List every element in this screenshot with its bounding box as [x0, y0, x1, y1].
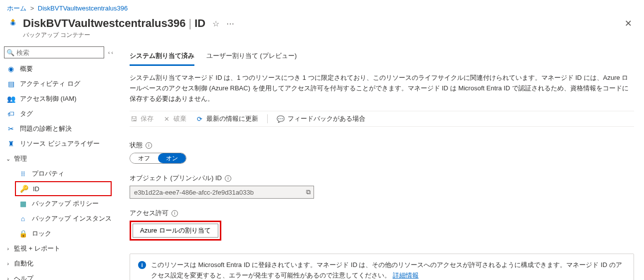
sidebar-item-id[interactable]: 🔑 ID: [15, 181, 112, 196]
sidebar-item-locks[interactable]: 🔒 ロック: [15, 226, 115, 241]
object-id-value: e3b1d22a-eee7-486e-afcc-2fe9d31a033b: [134, 189, 254, 196]
sidebar: 🔍 ‹‹ ◉ 概要 ▤ アクティビティ ログ 👥 アクセス制御 (IAM) 🏷 …: [0, 44, 115, 280]
properties-icon: ⁞⁞: [19, 170, 27, 178]
save-label: 保存: [141, 114, 154, 123]
page-title-resource: DiskBVTVaultwestcentralus396: [23, 17, 185, 30]
permissions-label-text: アクセス許可: [130, 209, 168, 218]
sidebar-item-activity-log[interactable]: ▤ アクティビティ ログ: [3, 76, 115, 91]
discard-label: 破棄: [173, 114, 186, 123]
sidebar-label: プロパティ: [32, 169, 64, 178]
sidebar-label: タグ: [20, 109, 33, 118]
toggle-off[interactable]: オフ: [130, 153, 158, 163]
breadcrumb-sep: >: [30, 4, 34, 12]
search-input[interactable]: [16, 49, 102, 56]
sidebar-label: ID: [33, 185, 39, 193]
sidebar-group-label: 自動化: [14, 259, 33, 268]
refresh-label: 最新の情報に更新: [206, 114, 258, 123]
sidebar-label: ロック: [32, 229, 51, 238]
breadcrumb-resource[interactable]: DiskBVTVaultwestcentralus396: [38, 4, 128, 12]
breadcrumb: ホーム > DiskBVTVaultwestcentralus396: [0, 0, 644, 14]
sidebar-label: バックアップ インスタンス: [32, 214, 112, 223]
copy-icon[interactable]: ⧉: [306, 188, 311, 196]
instance-icon: ⌂: [19, 215, 27, 223]
sidebar-group-monitor[interactable]: › 監視 + レポート: [3, 241, 115, 256]
sidebar-label: 概要: [20, 64, 33, 73]
sidebar-group-automation[interactable]: › 自動化: [3, 256, 115, 271]
tags-icon: 🏷: [7, 110, 15, 118]
sidebar-item-backup-instance[interactable]: ⌂ バックアップ インスタンス: [15, 211, 115, 226]
sidebar-item-diagnose[interactable]: ✂ 問題の診断と解決: [3, 121, 115, 136]
info-icon[interactable]: i: [146, 142, 152, 149]
sidebar-group-manage[interactable]: ⌄ 管理: [3, 151, 115, 166]
feedback-button[interactable]: 💬 フィードバックがある場合: [277, 114, 365, 123]
save-button[interactable]: 🖫 保存: [130, 114, 154, 123]
sidebar-item-backup-policy[interactable]: ▦ バックアップ ポリシー: [15, 196, 115, 211]
vault-icon: [7, 17, 19, 29]
status-label-text: 状態: [130, 141, 143, 150]
info-banner-message: このリソースは Microsoft Entra ID に登録されています。マネー…: [151, 261, 622, 279]
chevron-down-icon: ⌄: [5, 156, 11, 162]
main-content: システム割り当て済み ユーザー割り当て (プレビュー) システム割り当てマネージ…: [115, 44, 644, 280]
lock-icon: 🔒: [19, 230, 27, 238]
svg-point-0: [11, 22, 14, 25]
page-title-blade: ID: [194, 17, 205, 30]
info-banner-text: このリソースは Microsoft Entra ID に登録されています。マネー…: [151, 260, 626, 280]
title-separator: |: [188, 17, 191, 30]
tab-user-assigned[interactable]: ユーザー割り当て (プレビュー): [206, 48, 297, 66]
collapse-sidebar-icon[interactable]: ‹‹: [108, 49, 112, 55]
sidebar-group-help[interactable]: › ヘルプ: [3, 271, 115, 280]
sidebar-item-overview[interactable]: ◉ 概要: [3, 61, 115, 76]
sidebar-label: 問題の診断と解決: [20, 124, 72, 133]
sidebar-label: アクティビティ ログ: [20, 79, 80, 88]
info-banner-icon: i: [138, 261, 146, 269]
activity-log-icon: ▤: [7, 80, 15, 88]
object-id-label: オブジェクト (プリンシパル) ID i: [130, 174, 634, 183]
permissions-label: アクセス許可 i: [130, 209, 634, 218]
info-icon[interactable]: i: [225, 175, 231, 182]
identity-tabs: システム割り当て済み ユーザー割り当て (プレビュー): [130, 48, 634, 66]
visualizer-icon: ♜: [7, 140, 15, 148]
policy-icon: ▦: [19, 200, 27, 208]
close-icon[interactable]: ✕: [625, 18, 632, 29]
info-banner: i このリソースは Microsoft Entra ID に登録されています。マ…: [130, 254, 634, 280]
toggle-on[interactable]: オン: [158, 153, 186, 163]
sidebar-item-properties[interactable]: ⁞⁞ プロパティ: [15, 166, 115, 181]
title-bar: DiskBVTVaultwestcentralus396 | ID ☆ ⋯ ✕: [0, 14, 644, 31]
status-label: 状態 i: [130, 141, 634, 150]
chevron-right-icon: ›: [5, 261, 11, 267]
status-toggle[interactable]: オフ オン: [130, 153, 186, 164]
sidebar-group-label: 管理: [14, 154, 27, 163]
chevron-right-icon: ›: [5, 246, 11, 252]
feedback-icon: 💬: [277, 115, 285, 123]
sidebar-label: バックアップ ポリシー: [32, 199, 99, 208]
breadcrumb-home[interactable]: ホーム: [7, 4, 26, 12]
more-menu-icon[interactable]: ⋯: [226, 19, 235, 28]
object-id-label-text: オブジェクト (プリンシパル) ID: [130, 174, 222, 183]
azure-role-assignment-button[interactable]: Azure ロールの割り当て: [133, 224, 218, 238]
sidebar-group-label: 監視 + レポート: [14, 244, 60, 253]
iam-icon: 👥: [7, 95, 15, 103]
description-text: システム割り当てマネージド ID は、1 つのリソースにつき 1 つに限定されて…: [130, 73, 634, 104]
refresh-button[interactable]: ⟳ 最新の情報に更新: [195, 114, 258, 123]
toolbar-separator: [267, 114, 268, 123]
info-icon[interactable]: i: [171, 210, 178, 217]
discard-icon: ✕: [162, 115, 170, 123]
sidebar-item-iam[interactable]: 👥 アクセス制御 (IAM): [3, 91, 115, 106]
discard-button[interactable]: ✕ 破棄: [162, 114, 186, 123]
chevron-right-icon: ›: [5, 276, 11, 280]
sidebar-item-tags[interactable]: 🏷 タグ: [3, 106, 115, 121]
info-banner-link[interactable]: 詳細情報: [393, 272, 419, 279]
object-id-field: e3b1d22a-eee7-486e-afcc-2fe9d31a033b ⧉: [130, 186, 314, 199]
role-assignment-highlight: Azure ロールの割り当て: [130, 221, 221, 241]
save-icon: 🖫: [130, 115, 138, 123]
tab-system-assigned[interactable]: システム割り当て済み: [130, 48, 194, 66]
refresh-icon: ⟳: [195, 115, 203, 123]
favorite-star-icon[interactable]: ☆: [212, 19, 219, 28]
command-bar: 🖫 保存 ✕ 破棄 ⟳ 最新の情報に更新 💬 フィードバックがある場合: [130, 111, 634, 127]
sidebar-group-label: ヘルプ: [14, 274, 33, 280]
sidebar-search[interactable]: 🔍: [4, 46, 104, 58]
sidebar-item-resource-visualizer[interactable]: ♜ リソース ビジュアライザー: [3, 136, 115, 151]
sidebar-label: アクセス制御 (IAM): [20, 94, 76, 103]
diagnose-icon: ✂: [7, 125, 15, 133]
search-icon: 🔍: [6, 49, 14, 56]
